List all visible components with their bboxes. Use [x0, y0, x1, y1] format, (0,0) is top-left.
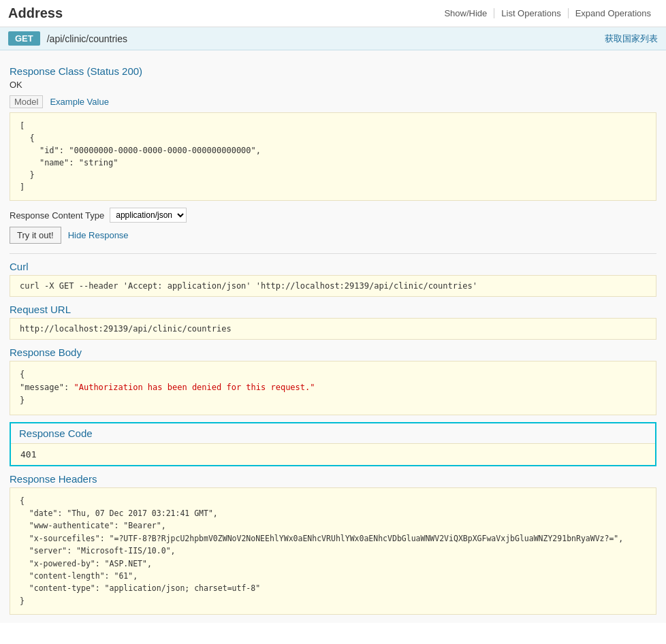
response-body-line3: }: [20, 396, 25, 405]
model-tab[interactable]: Model: [10, 95, 43, 108]
curl-title: Curl: [10, 261, 656, 272]
example-code-block: [ { "id": "00000000-0000-0000-0000-00000…: [10, 112, 656, 201]
show-hide-nav[interactable]: Show/Hide: [437, 8, 494, 18]
response-status-ok: OK: [10, 80, 656, 90]
http-method-badge: GET: [8, 31, 40, 46]
response-body-line1: {: [20, 370, 25, 379]
response-code-value: 401: [11, 443, 655, 465]
expand-operations-nav[interactable]: Expand Operations: [569, 8, 658, 18]
main-content: Response Class (Status 200) OK Model Exa…: [0, 50, 666, 623]
top-header: Address Show/Hide List Operations Expand…: [0, 0, 666, 27]
content-type-select[interactable]: application/json: [110, 208, 187, 223]
endpoint-bar: GET /api/clinic/countries 获取国家列表: [0, 27, 666, 50]
action-button-row: Try it out! Hide Response: [10, 227, 656, 244]
divider-1: [10, 253, 656, 254]
response-headers-title: Response Headers: [10, 473, 656, 485]
request-url-value: http://localhost:29139/api/clinic/countr…: [10, 318, 656, 340]
response-body-line2-key: "message":: [20, 383, 74, 392]
example-value-tab[interactable]: Example Value: [50, 97, 108, 107]
top-nav: Show/Hide List Operations Expand Operati…: [437, 8, 658, 18]
response-body-title: Response Body: [10, 347, 656, 358]
response-class-title: Response Class (Status 200): [10, 65, 656, 77]
response-content-type-label: Response Content Type: [10, 210, 104, 221]
endpoint-left: GET /api/clinic/countries: [8, 31, 127, 46]
response-code-title: Response Code: [11, 423, 655, 443]
model-tabs: Model Example Value: [10, 95, 656, 108]
response-body-code: { "message": "Authorization has been den…: [10, 361, 656, 415]
hide-response-link[interactable]: Hide Response: [68, 230, 129, 240]
curl-value: curl -X GET --header 'Accept: applicatio…: [10, 275, 656, 297]
try-it-out-button[interactable]: Try it out!: [10, 227, 61, 244]
response-headers-code: { "date": "Thu, 07 Dec 2017 03:21:41 GMT…: [10, 487, 656, 615]
list-operations-nav[interactable]: List Operations: [494, 8, 568, 18]
page-title: Address: [8, 5, 63, 21]
endpoint-description: 获取国家列表: [605, 33, 658, 45]
response-body-line2-value: "Authorization has been denied for this …: [74, 383, 315, 392]
endpoint-path: /api/clinic/countries: [47, 33, 127, 44]
request-url-title: Request URL: [10, 304, 656, 315]
response-code-section: Response Code 401: [10, 422, 656, 466]
response-content-type-row: Response Content Type application/json: [10, 208, 656, 223]
